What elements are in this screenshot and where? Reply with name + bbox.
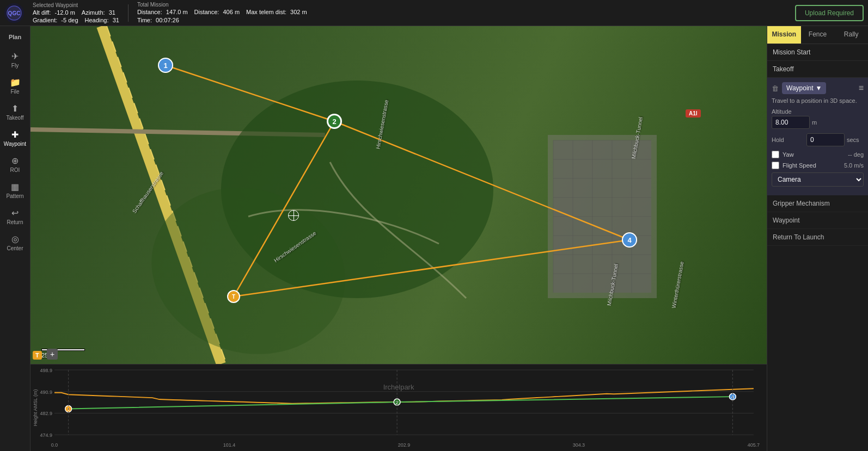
waypoint-title-button[interactable]: Waypoint ▼ <box>782 82 826 94</box>
flight-speed-checkbox[interactable] <box>772 162 779 169</box>
heading: Heading: 31 <box>85 17 119 23</box>
upload-button[interactable]: Upload Required <box>795 5 864 21</box>
fly-label: Fly <box>11 63 19 69</box>
roi-icon: ⊕ <box>11 156 19 166</box>
svg-text:498.9: 498.9 <box>40 368 52 373</box>
plan-header: Plan <box>2 30 28 44</box>
yaw-checkbox[interactable] <box>772 151 779 158</box>
tab-bar: Mission Fence Rally <box>767 26 868 44</box>
flight-speed-value: 5.0 m/s <box>844 162 864 169</box>
roi-label: ROI <box>10 167 20 173</box>
fly-icon: ✈ <box>11 51 19 61</box>
alt-diff: Alt diff: -12.0 m <box>33 9 75 16</box>
gripper-mechanism-item[interactable]: Gripper Mechanism <box>767 195 868 212</box>
pattern-label: Pattern <box>6 193 23 199</box>
total-mission-label: Total Mission <box>137 2 307 8</box>
altitude-field: Altitude m <box>772 108 864 129</box>
azimuth: Azimuth: 31 <box>82 9 115 16</box>
flight-speed-label: Flight Speed <box>783 162 816 169</box>
hold-label: Hold <box>772 137 804 143</box>
svg-text:0.0: 0.0 <box>51 442 58 448</box>
altitude-label: Altitude <box>772 108 864 115</box>
pattern-icon: ▦ <box>11 182 19 192</box>
svg-text:474.9: 474.9 <box>40 433 52 438</box>
waypoint-4[interactable]: 4 <box>622 232 637 248</box>
add-button[interactable]: + <box>47 349 58 360</box>
map[interactable]: Schaffhauserstrasse Hirschwiesenstrasse … <box>30 26 767 364</box>
selected-waypoint-label: Selected Waypoint <box>33 2 119 8</box>
svg-text:304.3: 304.3 <box>573 442 585 448</box>
altitude-unit: m <box>812 119 817 126</box>
waypoint-menu-button[interactable]: ≡ <box>859 83 864 93</box>
divider-1 <box>128 4 129 22</box>
mission-time: Time: 00:07:26 <box>137 17 179 23</box>
app-logo: QGC <box>4 3 24 23</box>
sidebar-item-return[interactable]: ↩ Return <box>2 205 28 228</box>
svg-text:202.9: 202.9 <box>398 442 410 448</box>
total-mission-section: Total Mission Distance: 147.0 m Distance… <box>137 2 307 24</box>
waypoint-title-label: Waypoint <box>786 84 814 92</box>
waypoint-editor: 🗑 Waypoint ▼ ≡ Travel to a position in 3… <box>767 78 868 195</box>
hold-row: Hold secs <box>772 133 864 146</box>
camera-field: Camera <box>772 172 864 187</box>
mission-start-item[interactable]: Mission Start <box>767 44 868 61</box>
t-marker-bottom[interactable]: T <box>33 351 42 360</box>
file-icon: 📁 <box>10 77 21 88</box>
hold-field: Hold secs <box>772 133 864 146</box>
svg-text:Irchelpark: Irchelpark <box>383 383 414 391</box>
sidebar-item-file[interactable]: 📁 File <box>2 74 28 98</box>
elevation-chart: Height AMSL (m)498.9490.9482.9474.91240.… <box>30 364 767 451</box>
takeoff-marker[interactable]: T <box>227 290 240 303</box>
hold-input[interactable] <box>806 133 845 146</box>
gradient: Gradient: -5 deg <box>33 17 78 23</box>
tab-fence[interactable]: Fence <box>801 26 835 44</box>
return-to-launch-item[interactable]: Return To Launch <box>767 229 868 246</box>
yaw-label: Yaw <box>783 151 794 158</box>
file-label: File <box>10 89 19 95</box>
a1l-badge-1: A1l <box>686 109 701 118</box>
waypoint-label: Waypoint <box>4 141 26 147</box>
altitude-input[interactable] <box>772 116 810 129</box>
waypoint-icon: ✚ <box>11 129 19 140</box>
waypoint-dropdown-icon: ▼ <box>816 84 822 92</box>
altitude-row: m <box>772 116 864 129</box>
svg-text:101.4: 101.4 <box>223 442 235 448</box>
svg-text:Height AMSL (m): Height AMSL (m) <box>33 390 38 427</box>
svg-text:490.9: 490.9 <box>40 390 52 395</box>
trash-icon[interactable]: 🗑 <box>772 84 779 92</box>
sidebar-item-pattern[interactable]: ▦ Pattern <box>2 178 28 202</box>
map-background: Schaffhauserstrasse Hirschwiesenstrasse … <box>30 26 767 364</box>
selected-waypoint-section: Selected Waypoint Alt diff: -12.0 m Azim… <box>33 2 119 23</box>
crosshair-circle <box>288 210 299 221</box>
sidebar-item-center[interactable]: ◎ Center <box>2 231 28 255</box>
sidebar: Plan ✈ Fly 📁 File ⬆ Takeoff ✚ Waypoint ⊕… <box>0 26 30 451</box>
elevation-svg: Height AMSL (m)498.9490.9482.9474.91240.… <box>30 364 767 451</box>
camera-select[interactable]: Camera <box>772 172 864 187</box>
map-canvas <box>30 26 767 364</box>
sidebar-item-fly[interactable]: ✈ Fly <box>2 48 28 72</box>
center-label: Center <box>7 245 23 251</box>
max-telem: Max telem dist: 302 m <box>246 9 307 15</box>
return-icon: ↩ <box>11 208 19 218</box>
waypoint-item[interactable]: Waypoint <box>767 212 868 229</box>
right-panel: Mission Fence Rally Mission Start Takeof… <box>767 26 868 451</box>
topbar: QGC Selected Waypoint Alt diff: -12.0 m … <box>0 0 868 26</box>
waypoint-1[interactable]: 1 <box>158 58 173 73</box>
sidebar-item-waypoint[interactable]: ✚ Waypoint <box>2 126 28 150</box>
svg-text:405.7: 405.7 <box>748 442 760 448</box>
sidebar-item-roi[interactable]: ⊕ ROI <box>2 152 28 176</box>
tab-rally[interactable]: Rally <box>834 26 868 44</box>
takeoff-item[interactable]: Takeoff <box>767 61 868 78</box>
tab-mission[interactable]: Mission <box>767 26 801 44</box>
sidebar-item-takeoff[interactable]: ⬆ Takeoff <box>2 100 28 124</box>
takeoff-label: Takeoff <box>6 115 23 121</box>
yaw-value: -- deg <box>848 151 864 158</box>
waypoint-description: Travel to a position in 3D space. <box>772 97 864 104</box>
wp-editor-header: 🗑 Waypoint ▼ ≡ <box>772 82 864 94</box>
center-icon: ◎ <box>11 234 19 244</box>
svg-text:QGC: QGC <box>8 10 21 16</box>
waypoint-2[interactable]: 2 <box>327 114 342 129</box>
flight-speed-row: Flight Speed 5.0 m/s <box>772 162 864 169</box>
svg-text:482.9: 482.9 <box>40 411 52 416</box>
return-label: Return <box>7 219 23 225</box>
